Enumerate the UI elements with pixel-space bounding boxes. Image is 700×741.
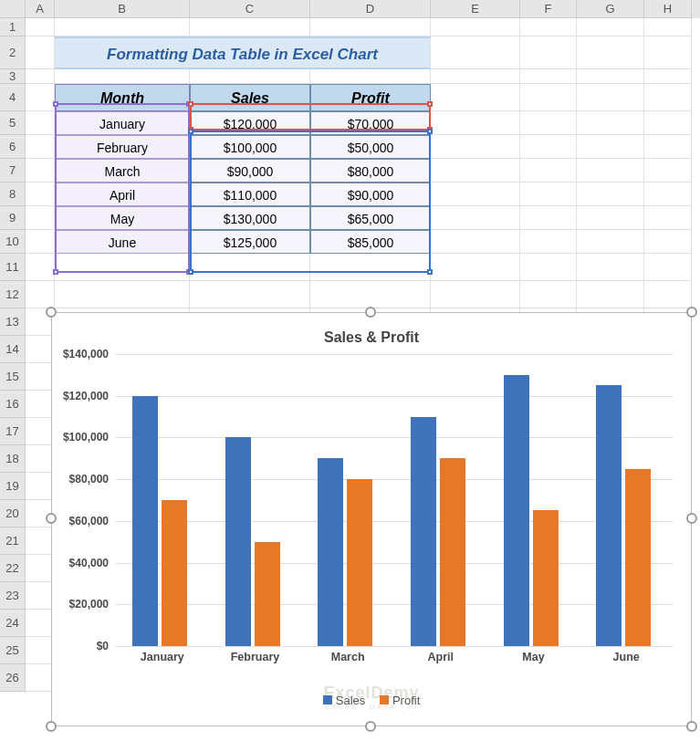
cell-D11[interactable] xyxy=(310,254,431,281)
cell-C9[interactable]: $130,000 xyxy=(190,206,310,230)
cell-A5[interactable] xyxy=(26,111,55,135)
cell-F6[interactable] xyxy=(520,135,577,159)
row-header-20[interactable]: 20 xyxy=(0,500,26,527)
chart-resize-handle[interactable] xyxy=(686,721,697,732)
cell-H9[interactable] xyxy=(644,206,692,230)
cell-F9[interactable] xyxy=(520,206,577,230)
cell-G3[interactable] xyxy=(577,69,644,84)
cell-H12[interactable] xyxy=(644,281,692,308)
cell-H7[interactable] xyxy=(644,159,692,183)
legend-item-sales[interactable]: Sales xyxy=(323,694,366,707)
cell-H3[interactable] xyxy=(644,69,692,84)
column-header-G[interactable]: G xyxy=(577,0,644,18)
column-header-C[interactable]: C xyxy=(190,0,310,18)
chart-object[interactable]: Sales & Profit $0$20,000$40,000$60,000$8… xyxy=(51,312,692,726)
bar-profit[interactable] xyxy=(255,542,280,646)
cell-C10[interactable]: $125,000 xyxy=(190,230,310,254)
row-header-15[interactable]: 15 xyxy=(0,363,26,391)
plot-area[interactable] xyxy=(116,354,673,646)
bar-profit[interactable] xyxy=(533,510,559,646)
cell-F4[interactable] xyxy=(520,84,577,111)
cell-C5[interactable]: $120,000 xyxy=(190,111,310,135)
cell-A10[interactable] xyxy=(26,230,55,254)
row-header-16[interactable]: 16 xyxy=(0,391,26,418)
cell-G4[interactable] xyxy=(577,84,644,111)
cell-B9[interactable]: May xyxy=(55,206,190,230)
row-header-12[interactable]: 12 xyxy=(0,281,26,308)
cell-B6[interactable]: February xyxy=(55,135,190,159)
cell-G10[interactable] xyxy=(577,230,644,254)
cell-A4[interactable] xyxy=(26,84,55,111)
cell-A3[interactable] xyxy=(26,69,55,84)
cell-H6[interactable] xyxy=(644,135,692,159)
chart-resize-handle[interactable] xyxy=(686,513,697,524)
cell-H8[interactable] xyxy=(644,183,692,206)
column-header-H[interactable]: H xyxy=(644,0,692,18)
cell-E3[interactable] xyxy=(431,69,520,84)
bar-profit[interactable] xyxy=(440,458,465,646)
cell-E6[interactable] xyxy=(431,135,520,159)
cell-H1[interactable] xyxy=(644,18,692,37)
column-header-A[interactable]: A xyxy=(26,0,55,18)
row-header-21[interactable]: 21 xyxy=(0,527,26,555)
cell-E11[interactable] xyxy=(431,254,520,281)
cell-A8[interactable] xyxy=(26,183,55,206)
cell-E8[interactable] xyxy=(431,183,520,206)
cell-E12[interactable] xyxy=(431,281,520,308)
row-header-11[interactable]: 11 xyxy=(0,254,26,281)
cell-G5[interactable] xyxy=(577,111,644,135)
bar-sales[interactable] xyxy=(596,385,622,646)
cell-B10[interactable]: June xyxy=(55,230,190,254)
row-header-22[interactable]: 22 xyxy=(0,555,26,582)
cell-D9[interactable]: $65,000 xyxy=(310,206,431,230)
row-header-7[interactable]: 7 xyxy=(0,159,26,183)
cell-A2[interactable] xyxy=(26,37,55,69)
legend-item-profit[interactable]: Profit xyxy=(380,694,420,707)
bar-profit[interactable] xyxy=(162,500,187,646)
cell-D5[interactable]: $70,000 xyxy=(310,111,431,135)
cell-A9[interactable] xyxy=(26,206,55,230)
cell-F2[interactable] xyxy=(520,37,577,69)
cell-F8[interactable] xyxy=(520,183,577,206)
column-header-B[interactable]: B xyxy=(55,0,190,18)
cell-D12[interactable] xyxy=(310,281,431,308)
row-header-23[interactable]: 23 xyxy=(0,582,26,610)
cell-G9[interactable] xyxy=(577,206,644,230)
column-header-E[interactable]: E xyxy=(431,0,520,18)
cell-A11[interactable] xyxy=(26,254,55,281)
bar-sales[interactable] xyxy=(132,396,158,646)
bar-sales[interactable] xyxy=(318,458,343,646)
cell-G8[interactable] xyxy=(577,183,644,206)
cell-G12[interactable] xyxy=(577,281,644,308)
cell-G6[interactable] xyxy=(577,135,644,159)
cell-E4[interactable] xyxy=(431,84,520,111)
column-header-D[interactable]: D xyxy=(310,0,431,18)
cell-C7[interactable]: $90,000 xyxy=(190,159,310,183)
cell-F3[interactable] xyxy=(520,69,577,84)
cell-F10[interactable] xyxy=(520,230,577,254)
cell-E2[interactable] xyxy=(431,37,520,69)
cell-H10[interactable] xyxy=(644,230,692,254)
cell-C12[interactable] xyxy=(190,281,310,308)
cell-A12[interactable] xyxy=(26,281,55,308)
row-header-18[interactable]: 18 xyxy=(0,445,26,473)
row-header-9[interactable]: 9 xyxy=(0,206,26,230)
cell-A6[interactable] xyxy=(26,135,55,159)
row-header-26[interactable]: 26 xyxy=(0,664,26,692)
bar-profit[interactable] xyxy=(347,479,372,646)
column-header-F[interactable]: F xyxy=(520,0,577,18)
bar-sales[interactable] xyxy=(504,375,529,646)
cell-D8[interactable]: $90,000 xyxy=(310,183,431,206)
cell-B7[interactable]: March xyxy=(55,159,190,183)
cell-G1[interactable] xyxy=(577,18,644,37)
cell-D7[interactable]: $80,000 xyxy=(310,159,431,183)
cell-D10[interactable]: $85,000 xyxy=(310,230,431,254)
row-header-2[interactable]: 2 xyxy=(0,37,26,69)
cell-E1[interactable] xyxy=(431,18,520,37)
cell-F11[interactable] xyxy=(520,254,577,281)
cell-F1[interactable] xyxy=(520,18,577,37)
cell-E10[interactable] xyxy=(431,230,520,254)
row-header-19[interactable]: 19 xyxy=(0,473,26,500)
cell-C11[interactable] xyxy=(190,254,310,281)
bar-sales[interactable] xyxy=(225,437,251,646)
